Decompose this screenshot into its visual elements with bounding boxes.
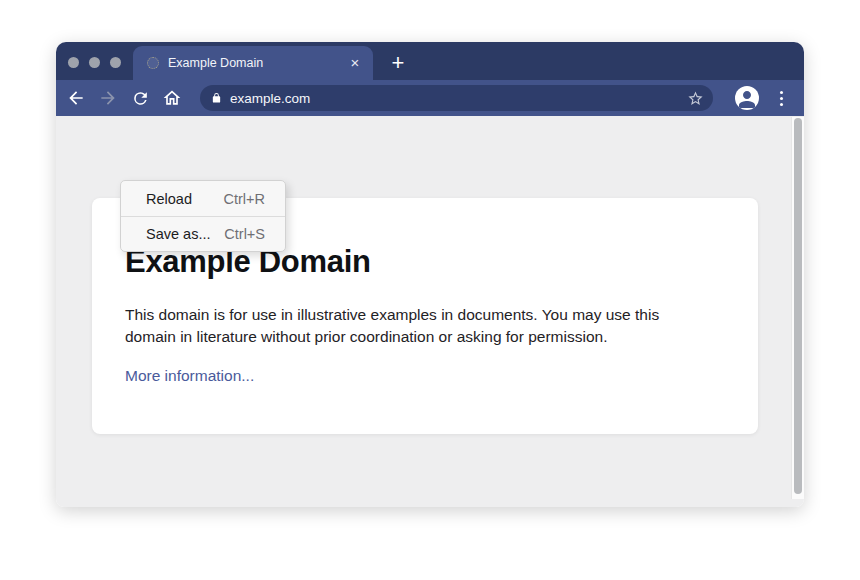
tab-close-icon[interactable]: ×: [347, 55, 363, 71]
tab-favicon-globe-icon: [147, 57, 159, 69]
menu-item-label: Save as...: [146, 226, 210, 242]
reload-button[interactable]: [126, 84, 154, 112]
star-icon: [687, 90, 704, 107]
context-menu: Reload Ctrl+R Save as... Ctrl+S: [120, 180, 286, 252]
back-icon: [66, 88, 86, 108]
address-bar[interactable]: example.com: [200, 85, 713, 111]
reload-icon: [131, 89, 150, 108]
forward-icon: [98, 88, 118, 108]
traffic-lights: [68, 57, 121, 68]
tab-example-domain[interactable]: Example Domain ×: [133, 46, 373, 80]
back-button[interactable]: [62, 84, 90, 112]
menu-item-shortcut: Ctrl+R: [224, 191, 266, 207]
window-minimize-button[interactable]: [89, 57, 100, 68]
context-menu-item-save-as[interactable]: Save as... Ctrl+S: [121, 216, 285, 251]
page-paragraph: This domain is for use in illustrative e…: [125, 304, 713, 348]
browser-menu-button[interactable]: [772, 88, 790, 108]
forward-button[interactable]: [94, 84, 122, 112]
page-content: Example Domain This domain is for use in…: [56, 116, 804, 507]
menu-item-shortcut: Ctrl+S: [224, 226, 265, 242]
scrollbar-track[interactable]: [791, 117, 804, 499]
menu-item-label: Reload: [146, 191, 192, 207]
toolbar: example.com: [56, 80, 804, 116]
profile-avatar-button[interactable]: [735, 86, 759, 110]
url-text: example.com: [230, 91, 685, 106]
profile-avatar-icon: [735, 86, 759, 110]
titlebar: Example Domain × +: [56, 42, 804, 80]
window-zoom-button[interactable]: [110, 57, 121, 68]
window-close-button[interactable]: [68, 57, 79, 68]
overflow-menu-icon: [780, 91, 783, 94]
context-menu-item-reload[interactable]: Reload Ctrl+R: [121, 181, 285, 216]
home-icon: [162, 88, 182, 108]
more-information-link[interactable]: More information...: [125, 367, 254, 385]
new-tab-button[interactable]: +: [386, 51, 410, 75]
bookmark-star-button[interactable]: [685, 88, 705, 108]
tab-title: Example Domain: [168, 56, 347, 70]
lock-icon: [211, 92, 222, 104]
scrollbar-thumb[interactable]: [794, 118, 802, 494]
browser-window: Example Domain × + example.com: [56, 42, 804, 507]
home-button[interactable]: [158, 84, 186, 112]
